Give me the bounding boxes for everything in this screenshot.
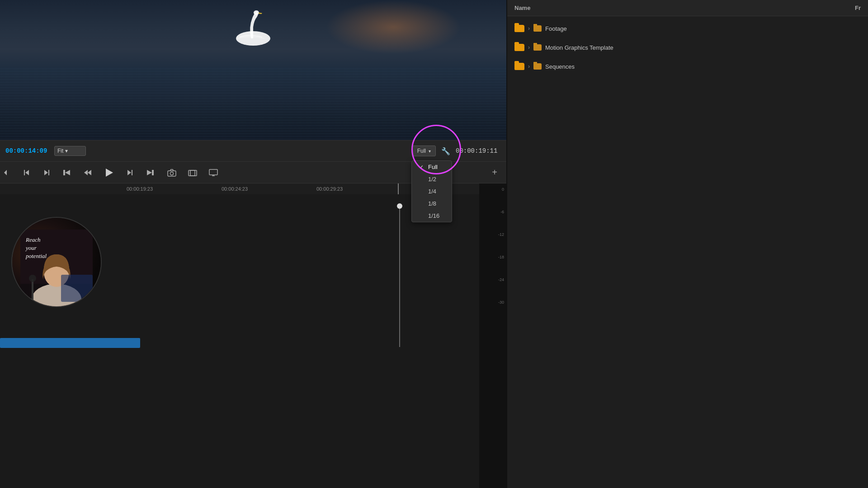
panel-item-footage[interactable]: › Footage bbox=[507, 19, 868, 38]
timeline-ruler: 00:00:19:23 00:00:24:23 00:00:29:23 bbox=[0, 183, 479, 194]
water-reflections bbox=[0, 68, 506, 140]
svg-point-32 bbox=[29, 275, 36, 282]
fit-label: Fit bbox=[57, 148, 63, 154]
chevron-right-icon-3: › bbox=[528, 63, 530, 70]
video-clip-bar[interactable] bbox=[0, 338, 140, 348]
step-back-button[interactable] bbox=[80, 167, 95, 178]
play-button[interactable] bbox=[101, 166, 117, 179]
add-button[interactable]: + bbox=[492, 167, 497, 178]
quality-half-label: 1/2 bbox=[428, 176, 436, 183]
trim-icon bbox=[188, 169, 197, 177]
fit-chevron-icon: ▾ bbox=[65, 148, 68, 154]
video-background bbox=[0, 0, 506, 140]
quality-option-eighth[interactable]: 1/8 bbox=[412, 197, 452, 210]
step-forward-button[interactable] bbox=[123, 167, 137, 178]
folder-orange-icon-3 bbox=[514, 63, 524, 70]
footage-label: Footage bbox=[545, 25, 861, 32]
quality-eighth-label: 1/8 bbox=[428, 200, 436, 207]
quality-option-sixteenth[interactable]: 1/16 bbox=[412, 210, 452, 222]
sequences-label: Sequences bbox=[545, 63, 861, 70]
monitor-button[interactable] bbox=[206, 167, 221, 178]
controls-bar: 00:00:14:09 Fit ▾ Full ▾ ✓ Full 1/2 bbox=[0, 140, 506, 162]
mark-in-button[interactable] bbox=[0, 167, 14, 178]
text-overlay: Reachyourpotential bbox=[26, 236, 47, 261]
svg-marker-12 bbox=[106, 169, 113, 177]
svg-rect-31 bbox=[32, 279, 33, 302]
export-frame-button[interactable] bbox=[165, 167, 179, 178]
meter-label-12: -12 bbox=[498, 232, 504, 237]
svg-point-19 bbox=[170, 172, 174, 175]
timecode-right: 00:00:19:11 bbox=[456, 147, 501, 155]
svg-rect-20 bbox=[189, 170, 197, 176]
svg-marker-10 bbox=[88, 170, 91, 175]
svg-marker-14 bbox=[127, 170, 131, 175]
svg-rect-3 bbox=[24, 170, 25, 175]
svg-rect-13 bbox=[132, 170, 132, 175]
prev-edit-icon bbox=[23, 169, 31, 177]
svg-rect-9 bbox=[64, 170, 65, 175]
svg-rect-5 bbox=[48, 170, 49, 175]
svg-point-1 bbox=[254, 10, 259, 15]
svg-marker-16 bbox=[147, 170, 152, 175]
next-edit-button[interactable] bbox=[40, 167, 53, 178]
quality-quarter-label: 1/4 bbox=[428, 188, 436, 195]
quality-option-half[interactable]: 1/2 bbox=[412, 173, 452, 185]
panel-item-sequences[interactable]: › Sequences bbox=[507, 57, 868, 76]
name-column-header: Name bbox=[514, 5, 825, 11]
quality-option-full[interactable]: ✓ Full bbox=[412, 161, 452, 173]
timeline-content: 00:00:19:23 00:00:24:23 00:00:29:23 bbox=[0, 183, 479, 488]
playhead-line bbox=[399, 207, 400, 347]
quality-chevron-icon: ▾ bbox=[429, 149, 431, 154]
meter-label-0: 0 bbox=[502, 187, 504, 192]
quality-label: Full bbox=[417, 148, 426, 154]
go-start-icon bbox=[62, 169, 71, 177]
quality-sixteenth-label: 1/16 bbox=[428, 212, 439, 219]
go-end-icon bbox=[146, 169, 156, 177]
step-back-icon bbox=[83, 169, 92, 177]
fr-column-header: Fr bbox=[825, 5, 861, 11]
chevron-right-icon-2: › bbox=[528, 44, 530, 51]
swan-container bbox=[226, 9, 280, 52]
audio-meter: 0 -6 -12 -18 -24 -30 bbox=[479, 183, 506, 488]
swan-icon bbox=[226, 9, 280, 50]
meter-label-6: -6 bbox=[500, 210, 504, 214]
timeline-area: 00:00:19:23 00:00:24:23 00:00:29:23 bbox=[0, 183, 506, 488]
quality-option-quarter[interactable]: 1/4 bbox=[412, 185, 452, 197]
quality-dropdown-button[interactable]: Full ▾ bbox=[412, 145, 436, 156]
camera-icon bbox=[167, 169, 176, 177]
play-icon bbox=[104, 168, 114, 178]
go-start-button[interactable] bbox=[60, 167, 74, 178]
folder-orange-icon bbox=[514, 25, 524, 32]
trim-button[interactable] bbox=[185, 167, 200, 178]
meter-label-24: -24 bbox=[498, 277, 504, 282]
svg-rect-30 bbox=[61, 275, 93, 302]
mark-in-icon bbox=[3, 169, 11, 177]
prev-edit-button[interactable] bbox=[20, 167, 33, 178]
svg-marker-6 bbox=[44, 170, 48, 175]
tracks-area: Reachyourpotential bbox=[0, 194, 479, 352]
svg-marker-2 bbox=[4, 170, 7, 175]
svg-marker-4 bbox=[25, 170, 29, 175]
mgt-label: Motion Graphics Template bbox=[545, 44, 861, 51]
time-label-2: 00:00:24:23 bbox=[222, 186, 248, 192]
webcam-background: Reachyourpotential bbox=[12, 218, 101, 306]
folder-inner-icon-2 bbox=[533, 44, 542, 51]
sky-glow bbox=[326, 0, 461, 54]
monitor-icon bbox=[209, 169, 218, 177]
svg-rect-17 bbox=[152, 170, 153, 175]
overlay-text: Reachyourpotential bbox=[26, 236, 47, 261]
step-forward-icon bbox=[126, 169, 134, 177]
svg-rect-15 bbox=[153, 170, 154, 175]
quality-dropdown-menu: ✓ Full 1/2 1/4 1/8 1/16 bbox=[411, 160, 452, 222]
time-label-1: 00:00:19:23 bbox=[127, 186, 153, 192]
go-end-button[interactable] bbox=[143, 167, 158, 178]
settings-wrench-button[interactable]: 🔧 bbox=[439, 145, 452, 157]
check-icon: ✓ bbox=[419, 164, 425, 170]
fit-dropdown[interactable]: Fit ▾ bbox=[54, 146, 86, 156]
panel-item-mgt[interactable]: › Motion Graphics Template bbox=[507, 38, 868, 57]
playhead bbox=[398, 183, 399, 194]
time-label-3: 00:00:29:23 bbox=[316, 186, 343, 192]
timecode-left: 00:00:14:09 bbox=[5, 147, 51, 155]
panel-header: Name Fr bbox=[507, 0, 868, 16]
folder-orange-icon-2 bbox=[514, 44, 524, 51]
